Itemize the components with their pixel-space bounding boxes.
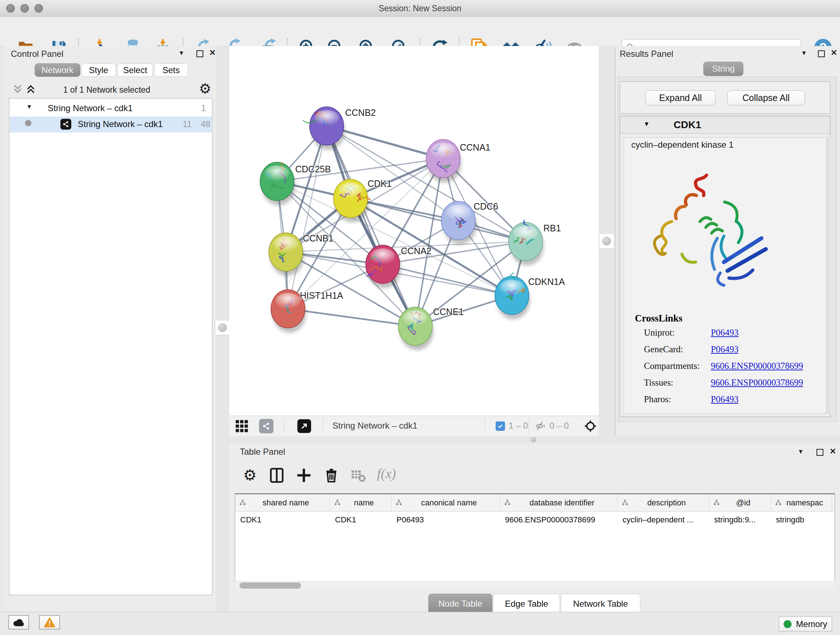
network-edge[interactable] — [351, 198, 526, 241]
tab-node-table[interactable]: Node Table — [428, 594, 493, 614]
collection-expander-icon[interactable]: ▼ — [27, 103, 32, 110]
crosslink-link[interactable]: P06493 — [711, 394, 738, 404]
table-cell[interactable]: 9606.ENSP00000378699 — [500, 515, 617, 524]
tab-sets[interactable]: Sets — [154, 63, 188, 77]
grid-view-button[interactable] — [235, 419, 252, 434]
table-cell[interactable]: P06493 — [392, 515, 500, 524]
gene-section-header[interactable]: ▼ CDK1 — [620, 116, 830, 134]
toolbar-separator — [529, 418, 529, 434]
column-header[interactable]: namespac — [771, 494, 832, 511]
right-splitter[interactable] — [599, 46, 615, 436]
splitter-handle[interactable] — [215, 320, 230, 335]
crosslink-link[interactable]: 9606.ENSP00000378699 — [711, 361, 803, 371]
column-header[interactable]: database identifier — [500, 494, 617, 511]
collapse-all-networks-button[interactable] — [12, 84, 23, 96]
left-splitter[interactable] — [216, 46, 229, 612]
tab-select[interactable]: Select — [117, 63, 153, 77]
crosslink-row: Pharos:P06493 — [624, 394, 826, 406]
close-panel-button[interactable]: ✕ — [829, 447, 836, 456]
close-panel-button[interactable]: ✕ — [831, 48, 837, 57]
network-node[interactable] — [398, 307, 433, 350]
tab-edge-table[interactable]: Edge Table — [493, 594, 560, 614]
create-column-button[interactable] — [295, 467, 312, 485]
network-node[interactable] — [303, 107, 345, 150]
control-panel: Control Panel ▼ ✕ Network Style Select S… — [4, 46, 216, 612]
table-options-gear-icon[interactable]: ⚙ — [243, 466, 257, 484]
table-horizontal-scrollbar[interactable] — [235, 581, 835, 590]
network-node[interactable] — [260, 162, 295, 205]
results-scrollbar[interactable] — [827, 137, 830, 414]
float-panel-button[interactable] — [816, 449, 823, 456]
function-builder-disabled: f(x) — [377, 466, 396, 481]
network-node[interactable] — [269, 233, 304, 276]
float-panel-button[interactable] — [196, 50, 203, 57]
table-cell[interactable]: stringdb — [771, 515, 832, 524]
network-options-gear-icon[interactable]: ⚙ — [199, 81, 211, 97]
close-panel-button[interactable]: ✕ — [209, 48, 216, 57]
network-node[interactable] — [508, 220, 544, 265]
plus-icon — [295, 467, 312, 484]
network-status-dot — [25, 120, 32, 126]
splitter-handle[interactable] — [599, 233, 614, 249]
collapse-panel-button[interactable]: ▼ — [798, 448, 804, 456]
network-edge[interactable] — [288, 126, 327, 309]
crosslink-link[interactable]: P06493 — [711, 344, 738, 355]
crosslink-link[interactable]: P06493 — [711, 328, 738, 338]
network-edge[interactable] — [288, 309, 415, 326]
section-expander-icon[interactable]: ▼ — [644, 120, 650, 128]
network-row-selected[interactable]: String Network – cdk1 11 48 — [10, 117, 212, 133]
detach-view-button[interactable] — [297, 419, 311, 433]
tab-string[interactable]: String — [703, 62, 744, 76]
collapse-panel-button[interactable]: ▼ — [801, 49, 807, 57]
memory-button[interactable]: Memory — [779, 616, 832, 631]
column-header[interactable]: description — [617, 494, 709, 511]
gene-details: cyclin–dependent kinase 1 — [624, 137, 827, 414]
show-columns-button[interactable] — [268, 467, 285, 485]
table-cell[interactable]: CDK1 — [330, 515, 392, 524]
selected-items-checkbox[interactable] — [496, 421, 505, 431]
network-node[interactable] — [366, 245, 401, 288]
network-graph[interactable]: CCNB2CCNA1CDC25BCDK1CDC6RB1CCNB1CCNA2CDK… — [229, 46, 599, 416]
tab-network[interactable]: Network — [35, 63, 80, 77]
node-gloss — [431, 143, 455, 158]
expand-all-networks-button[interactable] — [25, 84, 36, 96]
control-panel-title: Control Panel — [11, 49, 63, 59]
table-cell[interactable]: cyclin–dependent ... — [617, 515, 709, 524]
crosslinks-heading: CrossLinks — [635, 313, 683, 324]
collapse-all-button[interactable]: Collapse All — [727, 90, 805, 105]
network-node[interactable] — [333, 179, 370, 222]
column-header[interactable]: name — [330, 494, 392, 511]
cloud-button[interactable] — [8, 615, 29, 630]
scrollbar-thumb[interactable] — [240, 583, 301, 589]
network-node[interactable] — [426, 139, 461, 182]
float-panel-button[interactable] — [818, 50, 825, 57]
tree-column-icon — [504, 500, 510, 506]
window-title: Session: New Session — [0, 4, 840, 13]
table-row[interactable]: CDK1CDK1P064939606.ENSP00000378699cyclin… — [235, 511, 835, 528]
table-cell[interactable]: CDK1 — [235, 515, 330, 524]
column-header[interactable]: canonical name — [392, 494, 500, 511]
collapse-panel-button[interactable]: ▼ — [178, 49, 185, 57]
delete-column-button[interactable] — [324, 467, 339, 485]
trash-icon — [324, 467, 339, 484]
table-cell[interactable]: stringdb:9... — [709, 515, 771, 524]
tab-network-table[interactable]: Network Table — [561, 594, 640, 614]
string-view-button[interactable] — [259, 419, 273, 433]
title-bar: Session: New Session — [0, 0, 840, 17]
node-gloss — [273, 236, 298, 252]
warnings-button[interactable] — [39, 615, 60, 630]
network-node[interactable] — [441, 201, 477, 244]
node-label: CDC6 — [474, 201, 498, 211]
splitter-handle[interactable] — [531, 437, 536, 442]
expand-all-button[interactable]: Expand All — [645, 90, 715, 105]
tab-style[interactable]: Style — [81, 63, 116, 77]
gene-section: ▼ CDK1 cyclin–dependent kinase 1 — [620, 116, 830, 417]
birds-eye-view-button[interactable] — [584, 420, 597, 434]
crosslink-link[interactable]: 9606.ENSP00000378699 — [711, 378, 803, 388]
column-header[interactable]: shared name — [235, 494, 330, 511]
network-selection-status: 1 of 1 Network selected — [47, 85, 166, 95]
column-header[interactable]: @id — [709, 494, 771, 511]
bottom-splitter[interactable] — [229, 436, 840, 443]
network-canvas[interactable]: CCNB2CCNA1CDC25BCDK1CDC6RB1CCNB1CCNA2CDK… — [229, 46, 599, 416]
network-collection-row[interactable]: ▼ String Network – cdk1 1 — [10, 101, 212, 117]
